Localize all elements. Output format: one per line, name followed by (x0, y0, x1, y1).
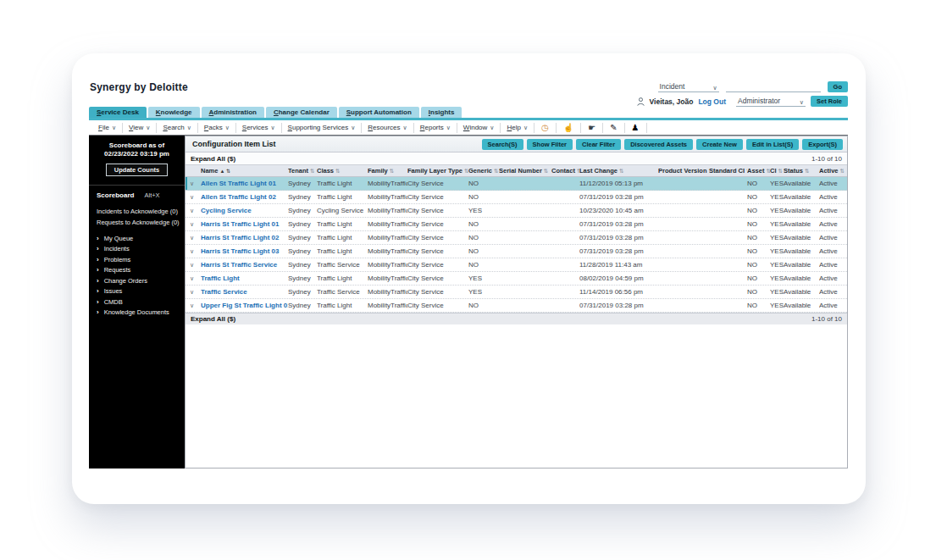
sidebar-item-issues[interactable]: › Issues (97, 286, 185, 297)
update-counts-button[interactable]: Update Counts (106, 164, 168, 176)
ci-name-link[interactable]: Allen St Traffic Light 02 (201, 193, 276, 201)
row-expand-icon[interactable]: ∨ (186, 289, 201, 296)
tab-support-automation[interactable]: Support Automation (339, 107, 419, 118)
sidebar-item-incidents-to-acknowledge[interactable]: Incidents to Acknowledge (0) (97, 206, 185, 217)
column-header[interactable]: Asset (747, 167, 770, 175)
menu-search[interactable]: Search ∨ (157, 123, 197, 133)
row-expand-icon[interactable]: ∨ (186, 194, 201, 201)
table-row[interactable]: ∨ Upper Fig St Traffic Light 01 Sydney T… (186, 299, 847, 313)
export-button[interactable]: Export(S) (802, 139, 843, 150)
expand-all-link-top[interactable]: Expand All ($) (191, 155, 235, 163)
table-row[interactable]: ∨ Harris St Traffic Light 03 Sydney Traf… (186, 245, 847, 258)
edit-note-icon[interactable]: ✎ (603, 123, 624, 133)
column-header[interactable]: Status (784, 167, 819, 175)
column-header[interactable]: Family Layer Type (407, 167, 468, 175)
show-filter-button[interactable]: Show Filter (527, 139, 573, 150)
set-role-button[interactable]: Set Role (811, 96, 848, 107)
menu-resources[interactable]: Resources ∨ (362, 123, 413, 133)
cell-family: MobilityTraffic (368, 180, 407, 187)
row-expand-icon[interactable]: ∨ (186, 302, 201, 309)
ci-name-link[interactable]: Harris St Traffic Light 01 (201, 220, 279, 228)
column-header[interactable]: Standard CI (709, 167, 747, 175)
ci-name-link[interactable]: Traffic Light (201, 274, 240, 282)
column-header[interactable]: Contact (551, 167, 579, 175)
sidebar-item-incidents[interactable]: › Incidents (97, 244, 185, 255)
chevron-right-icon: › (97, 266, 99, 274)
column-header[interactable]: Product Version (658, 167, 709, 175)
person-silhouette-icon[interactable]: ♟ (625, 123, 647, 133)
table-row[interactable]: ∨ Cycling Service Sydney Cycling Service… (186, 204, 847, 218)
cell-asset: NO (747, 193, 770, 201)
tab-change-calendar[interactable]: Change Calendar (266, 107, 337, 118)
cell-class: Traffic Light (317, 220, 368, 228)
tab-service-desk[interactable]: Service Desk (89, 107, 147, 118)
tab-administration[interactable]: Administration (202, 107, 264, 118)
row-expand-icon[interactable]: ∨ (186, 180, 201, 187)
search-type-select[interactable]: Incident ∨ (658, 81, 719, 92)
table-row[interactable]: ∨ Harris St Traffic Service Sydney Traff… (186, 258, 847, 272)
row-expand-icon[interactable]: ∨ (186, 208, 201, 214)
ci-name-link[interactable]: Harris St Traffic Light 02 (201, 234, 279, 241)
row-expand-icon[interactable]: ∨ (186, 235, 201, 241)
ci-name-link[interactable]: Allen St Traffic Light 01 (201, 180, 276, 187)
hand-card-icon[interactable]: ☛ (581, 123, 603, 133)
column-header[interactable]: Tenant (288, 167, 317, 175)
tab-insights[interactable]: Insights (421, 107, 462, 118)
discovered-assets-button[interactable]: Discovered Assets (624, 139, 693, 150)
table-row[interactable]: ∨ Traffic Light Sydney Traffic Light Mob… (186, 272, 847, 286)
ci-name-link[interactable]: Cycling Service (201, 207, 252, 214)
menu-packs[interactable]: Packs ∨ (198, 123, 236, 133)
menu-window[interactable]: Window ∨ (457, 123, 501, 133)
sidebar-item-knowledge-documents[interactable]: › Knowledge Documents (97, 308, 185, 319)
column-header[interactable]: CI (770, 167, 784, 175)
sidebar-item-requests-to-acknowledge[interactable]: Requests to Acknowledge (0) (97, 217, 185, 228)
global-search-input[interactable] (726, 81, 821, 92)
clear-filter-button[interactable]: Clear Filter (576, 139, 621, 150)
column-header[interactable]: Name (201, 167, 288, 175)
expand-all-link-bottom[interactable]: Expand All ($) (191, 315, 235, 323)
hand-pointer-icon[interactable]: ☝ (557, 123, 581, 133)
table-row[interactable]: ∨ Harris St Traffic Light 02 Sydney Traf… (186, 231, 847, 245)
role-select[interactable]: Administrator ∨ (736, 96, 806, 107)
table-row[interactable]: ∨ Harris St Traffic Light 01 Sydney Traf… (186, 218, 847, 231)
ci-name-link[interactable]: Harris St Traffic Light 03 (201, 247, 279, 255)
column-header[interactable]: Class (317, 167, 368, 175)
column-header[interactable]: Active (819, 167, 847, 175)
table-row[interactable]: ∨ Allen St Traffic Light 02 Sydney Traff… (186, 191, 847, 204)
scoreboard-sidebar: Scoreboard as of 02/23/2022 03:19 pm Upd… (89, 136, 185, 469)
table-row[interactable]: ∨ Allen St Traffic Light 01 Sydney Traff… (186, 177, 847, 191)
sidebar-item-cmdb[interactable]: › CMDB (97, 297, 185, 308)
toolbar-icons: ◷ ☝ ☛ ✎ ♟ (534, 123, 647, 133)
ci-name-link[interactable]: Upper Fig St Traffic Light 01 (201, 302, 288, 309)
edit-in-list-button[interactable]: Edit in List(S) (746, 139, 799, 150)
menu-supporting-services[interactable]: Supporting Services ∨ (282, 123, 363, 133)
go-button[interactable]: Go (828, 81, 848, 92)
stopwatch-icon[interactable]: ◷ (534, 123, 557, 133)
menu-services[interactable]: Services ∨ (236, 123, 282, 133)
column-header[interactable]: Serial Number (499, 167, 551, 175)
row-expand-icon[interactable]: ∨ (186, 221, 201, 228)
menu-help[interactable]: Help ∨ (501, 123, 534, 133)
ci-name-link[interactable]: Traffic Service (201, 288, 247, 296)
menu-file[interactable]: File ∨ (92, 123, 123, 133)
row-expand-icon[interactable]: ∨ (186, 275, 201, 282)
search-button[interactable]: Search(S) (482, 139, 523, 150)
sidebar-item-my-queue[interactable]: › My Queue (97, 233, 185, 244)
menu-reports[interactable]: Reports ∨ (414, 123, 457, 133)
table-row[interactable]: ∨ Traffic Service Sydney Traffic Service… (186, 286, 847, 299)
column-header[interactable]: Generic (468, 167, 499, 175)
row-expand-icon[interactable]: ∨ (186, 262, 201, 269)
tab-knowledge[interactable]: Knowledge (148, 107, 200, 118)
column-header[interactable]: Family (368, 167, 407, 175)
menu-view[interactable]: View ∨ (123, 123, 157, 133)
main-tabs: Service Desk Knowledge Administration Ch… (89, 107, 462, 118)
logout-link[interactable]: Log Out (698, 97, 726, 106)
row-expand-icon[interactable]: ∨ (186, 248, 201, 255)
sidebar-item-requests[interactable]: › Requests (97, 265, 185, 276)
cell-status: Available (784, 234, 819, 241)
sidebar-item-problems[interactable]: › Problems (97, 254, 185, 265)
sidebar-item-change-orders[interactable]: › Change Orders (97, 275, 185, 286)
create-new-button[interactable]: Create New (696, 139, 743, 150)
ci-name-link[interactable]: Harris St Traffic Service (201, 261, 277, 269)
column-header[interactable]: Last Change (579, 167, 658, 175)
